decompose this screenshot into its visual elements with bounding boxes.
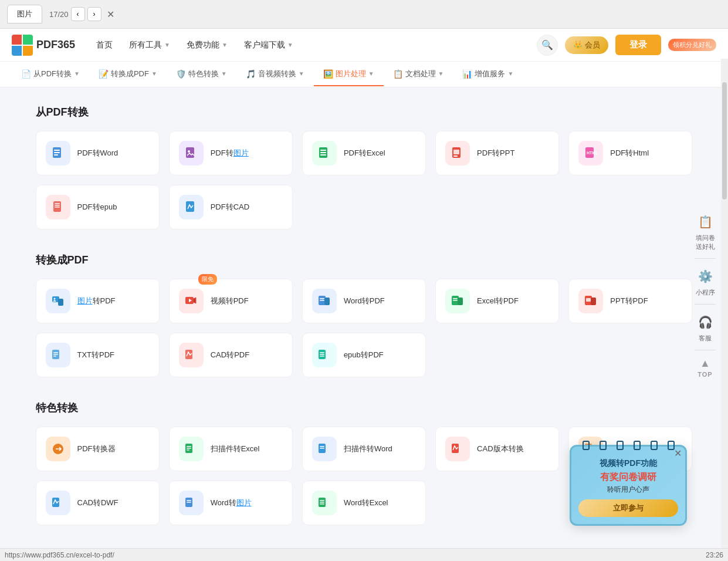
doc-icon: 📋 [393, 69, 403, 79]
svg-rect-42 [320, 352, 324, 353]
tool-cad-version-icon [445, 437, 470, 461]
sub-nav-doc-label: 文档处理 [405, 69, 436, 79]
svg-point-5 [188, 150, 190, 153]
logo-quadrant-4 [23, 46, 33, 56]
ring-3 [617, 441, 624, 450]
tool-pdf-word-icon [46, 141, 70, 165]
tool-cad-pdf-icon [179, 343, 204, 367]
tool-epub-pdf[interactable]: epub转PDF [302, 333, 426, 377]
sidebar-service[interactable]: 🎧 客服 [690, 312, 720, 343]
tool-scan-excel-label: 扫描件转Excel [211, 444, 260, 454]
scrollbar-thumb[interactable] [722, 82, 727, 200]
tool-video-pdf-icon [179, 289, 204, 313]
svg-point-21 [53, 298, 55, 300]
tool-video-pdf[interactable]: 视频转PDF [169, 279, 293, 323]
logo-quadrant-1 [12, 35, 22, 45]
sub-nav-special[interactable]: 🛡️ 特色转换 ▼ [167, 63, 236, 86]
tool-pdf-converter[interactable]: PDF转换器 [36, 427, 160, 471]
reward-badge[interactable]: 领积分兑好礼 [668, 39, 716, 51]
svg-rect-53 [452, 444, 459, 453]
sub-nav-image[interactable]: 🖼️ 图片处理 ▼ [314, 63, 384, 86]
tool-pdf-converter-icon [46, 437, 70, 461]
chevron-icon: ▼ [221, 70, 227, 77]
tool-scan-word[interactable]: 扫描件转Word [302, 427, 426, 471]
right-sidebar: 📋 填问卷送好礼 ⚙️ 小程序 🎧 客服 ▲ TOP [690, 211, 720, 378]
sub-nav-value-label: 增值服务 [475, 69, 505, 79]
tab-next-btn[interactable]: › [87, 7, 101, 21]
sidebar-top-button[interactable]: ▲ TOP [690, 357, 720, 378]
tool-pdf-epub-label: PDF转epub [77, 202, 117, 212]
nav-home[interactable]: 首页 [89, 35, 120, 55]
nav-home-label: 首页 [96, 40, 113, 50]
image-icon: 🖼️ [323, 69, 333, 79]
svg-rect-17 [55, 205, 60, 206]
sidebar-miniprogram[interactable]: ⚙️ 小程序 [690, 266, 720, 297]
tool-scan-excel[interactable]: 扫描件转Excel [169, 427, 293, 471]
tool-word-excel-icon [312, 491, 337, 515]
tool-word-pdf[interactable]: Word转PDF [302, 279, 426, 323]
promo-close-button[interactable]: ✕ [674, 449, 682, 458]
tool-pdf-html-label: PDF转Html [610, 148, 649, 158]
logo-text: PDF365 [36, 39, 75, 51]
svg-rect-51 [320, 446, 324, 447]
logo[interactable]: PDF365 [12, 35, 75, 56]
ring-1 [583, 441, 590, 450]
tab-counter: 17/20 [49, 10, 69, 19]
sub-nav-value[interactable]: 📊 增值服务 ▼ [453, 63, 523, 86]
tool-pdf-cad[interactable]: PDF转CAD [169, 185, 293, 229]
tool-txt-pdf[interactable]: TXT转PDF [36, 333, 160, 377]
svg-rect-48 [187, 448, 191, 449]
vip-button[interactable]: 👑 会员 [565, 36, 608, 54]
sub-nav-doc[interactable]: 📋 文档处理 ▼ [384, 63, 453, 86]
tool-ppt-pdf[interactable]: PPT转PDF [568, 279, 692, 323]
nav-client-download[interactable]: 客户端下载 ▼ [237, 35, 300, 55]
sub-nav-special-label: 特色转换 [188, 69, 219, 79]
sub-nav-from-pdf[interactable]: 📄 从PDF转换 ▼ [12, 63, 89, 86]
sub-nav-av[interactable]: 🎵 音视频转换 ▼ [236, 63, 314, 86]
promo-desc: 聆听用户心声 [578, 485, 678, 495]
tool-cad-dwf[interactable]: CAD转DWF [36, 481, 160, 525]
tool-pdf-word[interactable]: PDF转Word [36, 131, 160, 175]
sidebar-divider-1 [695, 258, 716, 259]
tool-img-pdf[interactable]: 图片转PDF [36, 279, 160, 323]
sidebar-survey[interactable]: 📋 填问卷送好礼 [690, 211, 720, 251]
tool-word-img[interactable]: Word转图片 [169, 481, 293, 525]
login-button[interactable]: 登录 [615, 35, 661, 55]
tool-pdf-epub[interactable]: PDF转epub [36, 185, 160, 229]
svg-rect-49 [187, 450, 189, 451]
tool-pdf-ppt[interactable]: PDF转PPT [435, 131, 559, 175]
tools-grid-to-pdf: 图片转PDF 限免 视频转PDF Word转PDF [36, 279, 693, 377]
tool-pdf-word-label: PDF转Word [77, 148, 118, 158]
tool-pdf-excel[interactable]: PDF转Excel [302, 131, 426, 175]
tool-word-pdf-label: Word转PDF [344, 296, 385, 306]
tool-cad-version[interactable]: CAD版本转换 [435, 427, 559, 471]
ring-4 [634, 441, 641, 450]
nav-all-tools[interactable]: 所有工具 ▼ [122, 35, 177, 55]
tool-pdf-html-icon: HTML [578, 141, 603, 165]
chevron-icon: ▼ [74, 70, 80, 77]
tool-txt-pdf-label: TXT转PDF [77, 350, 115, 360]
chevron-icon: ▼ [438, 70, 444, 77]
tool-pdf-img[interactable]: PDF转图片 [169, 131, 293, 175]
service-icon: 🎧 [695, 312, 716, 333]
tool-pdf-cad-icon [179, 195, 204, 219]
promo-rings [571, 441, 685, 450]
search-button[interactable]: 🔍 [537, 35, 558, 56]
svg-rect-38 [53, 354, 58, 355]
browser-tab[interactable]: 图片 [7, 5, 42, 23]
svg-rect-31 [453, 300, 458, 301]
tool-word-excel[interactable]: Word转Excel [302, 481, 426, 525]
sub-nav-to-pdf[interactable]: 📝 转换成PDF ▼ [89, 63, 167, 86]
promo-cta-button[interactable]: 立即参与 [578, 499, 678, 517]
tool-excel-pdf-label: Excel转PDF [477, 296, 519, 306]
tool-ppt-pdf-icon [578, 289, 603, 313]
tool-cad-pdf[interactable]: CAD转PDF [169, 333, 293, 377]
tab-prev-btn[interactable]: ‹ [71, 7, 85, 21]
tool-pdf-html[interactable]: HTML PDF转Html [568, 131, 692, 175]
tool-pdf-cad-label: PDF转CAD [211, 202, 249, 212]
tool-excel-pdf[interactable]: Excel转PDF [435, 279, 559, 323]
tab-close-btn[interactable]: ✕ [104, 7, 118, 21]
to-pdf-icon: 📝 [99, 69, 109, 79]
nav-free-features[interactable]: 免费功能 ▼ [180, 35, 235, 55]
tool-cad-pdf-label: CAD转PDF [211, 350, 249, 360]
